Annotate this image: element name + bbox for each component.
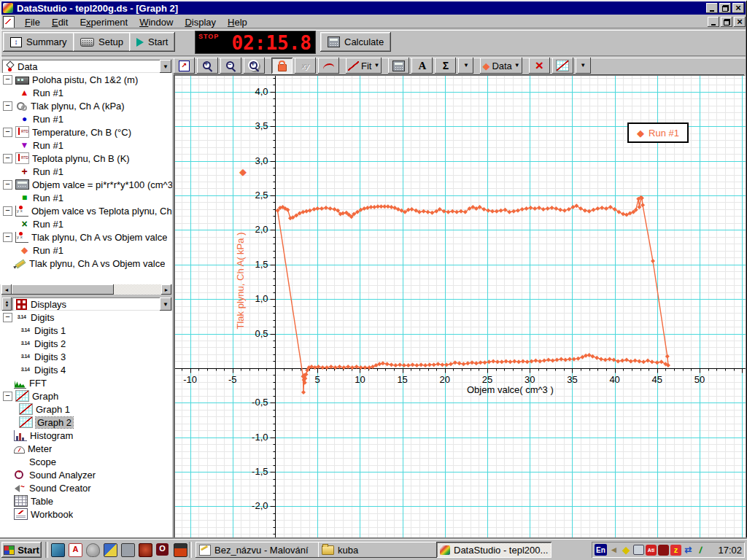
data-run-item[interactable]: +Run #1 — [0, 165, 172, 178]
display-child-item[interactable]: 3.14Digits 3 — [0, 350, 172, 363]
scroll-left-button[interactable]: ◄ — [1, 284, 12, 295]
menu-help[interactable]: Help — [222, 15, 253, 29]
graph-plot-area[interactable]: -10-551015202530354045504,03,53,02,52,01… — [175, 76, 746, 539]
display-item[interactable]: FFT — [0, 376, 172, 389]
data-tree-hscrollbar[interactable]: ◄ ► — [1, 284, 171, 295]
data-run-item[interactable]: ▲Run #1 — [0, 86, 172, 99]
statistics-dropdown-button[interactable]: ▼ — [458, 58, 473, 74]
tray-sync-icon[interactable]: ⇄ — [683, 545, 694, 556]
collapse-box[interactable]: − — [3, 313, 12, 322]
display-child-item[interactable]: 3.14Digits 2 — [0, 337, 172, 350]
child-minimize-button[interactable] — [708, 17, 719, 27]
text-annotation-button[interactable]: A — [411, 58, 433, 74]
close-button[interactable]: × — [732, 3, 744, 13]
data-run-item[interactable]: ■Run #1 — [0, 191, 172, 204]
zoom-in-button[interactable]: + — [197, 58, 218, 74]
collapse-box[interactable]: − — [3, 206, 12, 216]
delete-button[interactable]: × — [529, 58, 550, 74]
graph-settings-dropdown-button[interactable]: ▼ — [576, 58, 591, 74]
data-item[interactable]: −Teplota plynu, Ch B (K) — [0, 152, 172, 165]
collapse-box[interactable]: − — [3, 101, 12, 111]
data-run-item[interactable]: ▼Run #1 — [0, 139, 172, 152]
data-item[interactable]: −Poloha pistu, Ch 1&2 (m) — [0, 73, 172, 86]
data-item[interactable]: −Tlak plynu, Ch A vs Objem valce — [0, 230, 172, 244]
display-item[interactable]: Meter — [0, 442, 172, 455]
calculator-tool-button[interactable] — [388, 58, 409, 74]
data-item[interactable]: Tlak plynu, Ch A vs Objem valce — [0, 257, 172, 270]
smart-tool-button[interactable] — [271, 58, 293, 74]
display-item[interactable]: −Graph — [0, 389, 172, 402]
menu-display[interactable]: Display — [179, 15, 222, 29]
taskbar-clock[interactable]: 17:02 — [718, 545, 742, 556]
display-item[interactable]: Scope — [0, 455, 172, 468]
child-close-button[interactable]: × — [734, 17, 746, 27]
quicklaunch-acrobat-icon[interactable]: A — [69, 543, 82, 557]
tray-ati-icon[interactable]: Ati — [646, 545, 657, 556]
quicklaunch-show-desktop-icon[interactable] — [51, 543, 65, 557]
zoom-out-button[interactable]: − — [220, 58, 241, 74]
collapse-box[interactable]: − — [3, 233, 12, 242]
start-menu-button[interactable]: Start — [1, 542, 42, 558]
display-item[interactable]: Table — [0, 494, 172, 508]
menu-edit[interactable]: Edit — [46, 15, 74, 29]
data-item[interactable]: −Temperature, Ch B (°C) — [0, 125, 172, 139]
display-item[interactable]: −3.14Digits — [0, 311, 172, 324]
tray-display-icon[interactable] — [633, 545, 644, 555]
taskbar-task-2[interactable]: kuba — [318, 542, 442, 558]
tray-mascot-icon[interactable] — [658, 545, 669, 556]
data-panel-dropdown-button[interactable]: ▼ — [160, 60, 171, 73]
restore-button[interactable] — [719, 3, 731, 13]
menu-experiment[interactable]: Experiment — [74, 15, 133, 29]
taskbar-task-1[interactable]: Bez_názvu - Malování — [196, 542, 320, 558]
tray-power-icon[interactable]: z — [670, 545, 681, 556]
quicklaunch-calculator-icon[interactable] — [121, 543, 135, 557]
summary-button[interactable]: ↕ Summary — [3, 32, 74, 52]
child-restore-button[interactable] — [721, 17, 732, 27]
data-run-item[interactable]: ●Run #1 — [0, 112, 172, 125]
document-icon[interactable] — [3, 16, 15, 28]
collapse-box[interactable]: − — [3, 154, 12, 163]
xy-tool-button[interactable]: xy — [295, 58, 316, 74]
scroll-right-button[interactable]: ► — [161, 284, 171, 295]
calculate-button[interactable]: Calculate — [320, 32, 391, 52]
minimize-button[interactable] — [706, 3, 718, 13]
keyboard-layout-indicator[interactable]: En — [595, 544, 607, 556]
data-menu-button[interactable]: ◆ Data ▼ — [480, 58, 522, 74]
scale-to-fit-button[interactable]: ↗ — [174, 58, 195, 74]
data-panel-header[interactable]: Data — [2, 60, 163, 73]
data-item[interactable]: −Objem valce vs Teplota plynu, Ch — [0, 204, 172, 217]
quicklaunch-flame-icon[interactable] — [174, 543, 187, 557]
panel-splitter-handle[interactable]: ▲▼ — [2, 298, 12, 311]
displays-panel-header[interactable]: Displays — [12, 298, 163, 311]
display-item[interactable]: Sound Analyzer — [0, 468, 172, 481]
taskbar-task-3[interactable]: DataStudio - tepl200... — [436, 542, 551, 558]
collapse-box[interactable]: − — [3, 180, 12, 190]
collapse-box[interactable]: − — [3, 75, 12, 85]
data-item[interactable]: −Objem valce = pi*r*r*y*100 (cm^3) — [0, 178, 172, 191]
collapse-box[interactable]: − — [3, 128, 12, 137]
start-button[interactable]: Start — [129, 32, 175, 52]
setup-button[interactable]: Setup — [73, 32, 131, 52]
display-child-item[interactable]: 3.14Digits 1 — [0, 324, 172, 337]
zoom-select-button[interactable]: + — [244, 58, 265, 74]
quicklaunch-opera-icon[interactable]: O — [156, 543, 169, 556]
graph-settings-button[interactable] — [552, 58, 573, 74]
quicklaunch-bird-icon[interactable] — [86, 543, 100, 557]
menu-window[interactable]: Window — [133, 15, 179, 29]
statistics-button[interactable]: Σ — [435, 58, 456, 74]
display-item[interactable]: Sound Creator — [0, 481, 172, 494]
tray-yellow-diamond-icon[interactable]: ◆ — [621, 545, 632, 556]
data-run-item[interactable]: ×Run #1 — [0, 217, 172, 230]
display-child-item[interactable]: Graph 1 — [0, 402, 172, 416]
data-item[interactable]: −Tlak plynu, Ch A (kPa) — [0, 99, 172, 112]
display-item[interactable]: Workbook — [0, 508, 172, 521]
display-item[interactable]: Histogram — [0, 429, 172, 442]
tray-volume-icon[interactable]: ◄ — [608, 545, 619, 556]
displays-panel-dropdown-button[interactable]: ▼ — [160, 298, 171, 311]
slope-tool-button[interactable] — [318, 58, 339, 74]
scrollbar-thumb[interactable] — [12, 284, 114, 295]
fit-menu-button[interactable]: Fit ▼ — [346, 58, 382, 74]
display-child-item[interactable]: Graph 2 — [0, 416, 172, 429]
display-child-item[interactable]: 3.14Digits 4 — [0, 363, 172, 376]
data-run-item[interactable]: ◆Run #1 — [0, 244, 172, 257]
